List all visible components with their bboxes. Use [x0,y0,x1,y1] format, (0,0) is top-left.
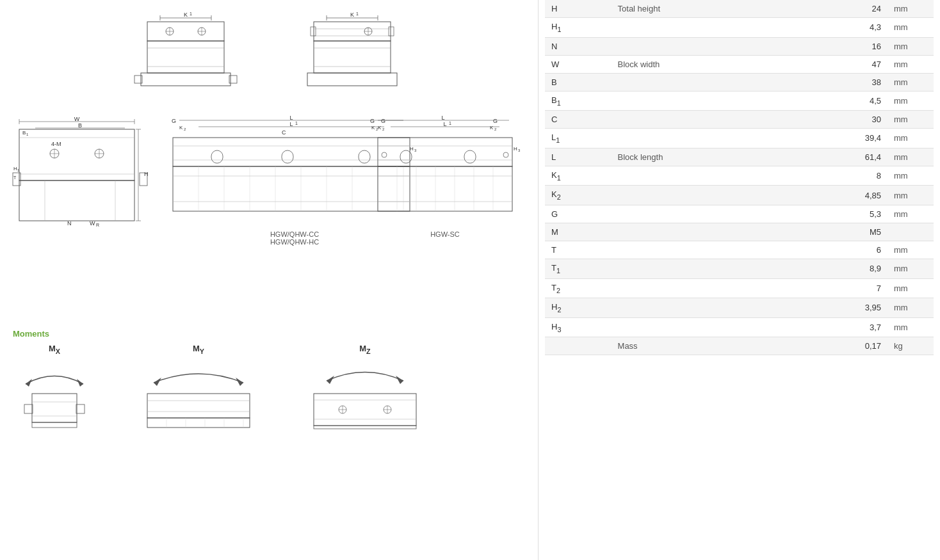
description-cell [612,129,811,148]
table-row: MM5 [545,223,934,241]
svg-rect-29 [311,27,316,36]
svg-rect-139 [147,394,250,418]
param-cell: K1 [545,166,612,186]
table-row: WBlock width47mm [545,55,934,73]
param-cell: B [545,73,612,91]
description-cell [612,186,811,205]
svg-rect-44 [19,129,134,180]
unit-cell: mm [887,317,934,337]
table-row: Mass0,17kg [545,337,934,355]
value-cell: 4,5 [810,91,887,111]
param-cell: L [545,148,612,166]
description-cell [612,166,811,186]
table-row: C30mm [545,111,934,129]
bottom-drawings: W B 4-M B 1 H [13,115,525,316]
unit-cell: mm [887,259,934,278]
description-cell [612,18,811,38]
table-row: B14,5mm [545,91,934,111]
svg-text:L: L [289,115,293,121]
svg-text:G: G [493,118,498,124]
unit-cell: mm [887,129,934,148]
table-row: L139,4mm [545,129,934,148]
svg-text:B: B [78,122,82,129]
my-diagram [134,358,263,429]
value-cell: 38 [810,73,887,91]
svg-rect-59 [19,180,134,221]
description-cell [612,37,811,55]
moments-row: MX [13,344,525,429]
param-cell: K2 [545,186,612,205]
top-drawings: K 1 K [13,13,525,102]
svg-rect-134 [24,404,33,413]
description-cell: Mass [612,337,811,355]
description-cell [612,91,811,111]
value-cell: 0,17 [810,337,887,355]
svg-rect-15 [141,73,231,86]
left-panel: K 1 K [0,0,538,560]
svg-text:1: 1 [356,12,359,16]
unit-cell: mm [887,91,934,111]
svg-text:B: B [22,130,26,136]
svg-text:2: 2 [494,127,497,131]
description-cell [612,205,811,223]
svg-rect-150 [314,394,416,426]
hgw-sc-side-view: G G L K 2 K 2 L 1 H 3 [365,115,525,227]
svg-rect-23 [314,22,391,41]
unit-cell: mm [887,166,934,186]
svg-text:L: L [289,121,293,127]
param-cell: B1 [545,91,612,111]
description-cell [612,111,811,129]
svg-text:3: 3 [518,148,521,152]
hgw-sc-label: HGW-SC [365,230,525,238]
table-row: K18mm [545,166,934,186]
param-cell: H3 [545,317,612,337]
spec-table: HTotal height24mmH14,3mmN16mmWBlock widt… [545,0,934,355]
param-cell: T [545,241,612,259]
table-row: N16mm [545,37,934,55]
param-cell: T2 [545,278,612,298]
svg-text:K: K [184,12,188,18]
description-cell [612,278,811,298]
unit-cell: mm [887,148,934,166]
svg-text:2: 2 [382,127,385,131]
svg-text:G: G [370,118,375,124]
unit-cell: mm [887,298,934,318]
description-cell [612,241,811,259]
value-cell: 24 [810,0,887,18]
svg-rect-159 [314,426,416,429]
svg-text:1: 1 [26,132,29,136]
svg-text:W: W [90,220,95,227]
unit-cell: mm [887,205,934,223]
svg-rect-12 [147,41,224,73]
value-cell: 6 [810,241,887,259]
param-cell: H2 [545,298,612,318]
svg-text:H: H [514,146,517,152]
param-cell: C [545,111,612,129]
param-cell: H1 [545,18,612,38]
unit-cell: mm [887,18,934,38]
moment-my: MY [134,344,263,429]
svg-text:1: 1 [190,12,192,16]
param-cell [545,337,612,355]
svg-text:2: 2 [184,127,186,131]
description-cell [612,259,811,278]
svg-rect-142 [147,418,250,428]
svg-text:K: K [350,12,354,18]
value-cell: 7 [810,278,887,298]
svg-point-119 [503,152,508,157]
svg-text:L: L [443,121,446,127]
svg-text:C: C [282,129,286,136]
table-row: HTotal height24mm [545,0,934,18]
table-row: T18,9mm [545,259,934,278]
svg-text:G: G [172,118,176,124]
svg-marker-130 [26,379,32,387]
unit-cell: mm [887,186,934,205]
value-cell: 3,95 [810,298,887,318]
svg-text:T: T [13,175,17,180]
param-cell: H [545,0,612,18]
svg-rect-113 [378,138,512,166]
moments-label: Moments [13,329,525,339]
table-row: H23,95mm [545,298,934,318]
svg-rect-116 [400,150,412,163]
svg-rect-5 [147,22,224,41]
